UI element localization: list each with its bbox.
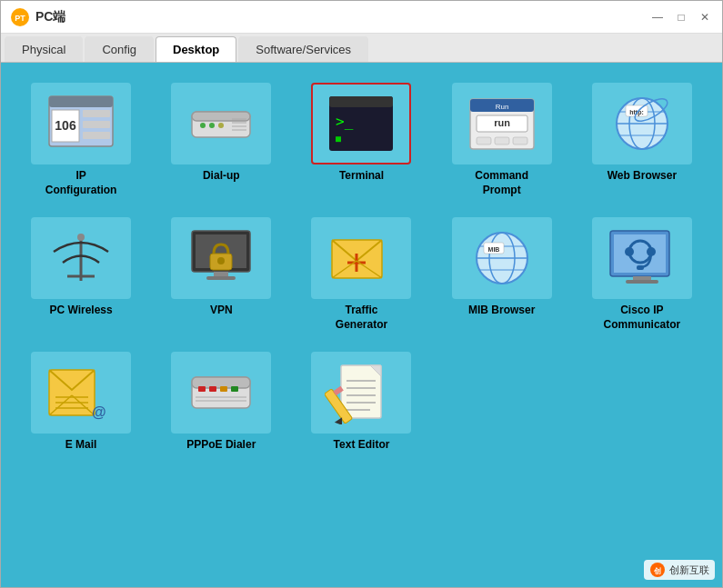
web-browser-icon: http: <box>606 92 678 155</box>
svg-rect-6 <box>83 110 110 117</box>
icon-item-dialup[interactable]: Dial-up <box>156 77 286 203</box>
svg-text:创: 创 <box>653 567 661 575</box>
icon-label-vpn: VPN <box>210 304 233 318</box>
icon-box-email: @ <box>31 352 131 434</box>
svg-point-12 <box>209 123 215 128</box>
icon-item-ip-config[interactable]: 106 IPConfiguration <box>15 77 146 203</box>
svg-text:PT: PT <box>15 14 25 23</box>
watermark-icon: 创 <box>649 562 666 578</box>
icon-box-text-editor <box>311 352 411 434</box>
icon-box-ip-config: 106 <box>31 83 131 164</box>
icon-label-dialup: Dial-up <box>203 169 240 184</box>
icon-box-traffic-gen <box>311 217 411 299</box>
pppoe-dialer-icon <box>185 361 257 424</box>
svg-text:run: run <box>494 117 510 128</box>
content-area: 106 IPConfiguration <box>1 63 722 587</box>
desktop-content: 106 IPConfiguration <box>1 63 722 473</box>
svg-rect-77 <box>209 386 216 392</box>
command-prompt-icon: Run run <box>466 92 538 155</box>
icon-box-cisco-ip <box>592 217 692 299</box>
icon-box-vpn <box>171 217 271 299</box>
icon-item-pppoe[interactable]: PPPoE Dialer <box>156 346 286 458</box>
svg-point-13 <box>218 123 224 128</box>
icon-label-pppoe: PPPoE Dialer <box>186 438 256 453</box>
cisco-ip-communicator-icon <box>606 226 678 290</box>
icon-label-mib-browser: MIB Browser <box>468 304 535 318</box>
svg-text:■: ■ <box>336 134 341 144</box>
icon-item-command-prompt[interactable]: Run run CommandPrompt <box>437 77 567 203</box>
svg-point-40 <box>77 234 85 241</box>
svg-point-44 <box>217 257 225 264</box>
svg-rect-65 <box>633 276 651 280</box>
svg-text:106: 106 <box>55 118 76 133</box>
icon-item-email[interactable]: @ E Mail <box>15 346 146 458</box>
icon-label-web-browser: Web Browser <box>608 169 677 184</box>
icon-label-traffic-gen: TrafficGenerator <box>336 304 387 332</box>
tab-software[interactable]: Software/Services <box>238 36 368 62</box>
vpn-icon <box>185 226 257 290</box>
tab-config[interactable]: Config <box>85 36 154 62</box>
svg-rect-27 <box>477 137 491 145</box>
icon-item-terminal[interactable]: >_ ■ Terminal <box>296 77 427 203</box>
close-button[interactable]: ✕ <box>697 9 713 25</box>
icon-box-mib-browser: MIB <box>452 217 552 299</box>
app-icon: PT <box>10 7 30 27</box>
svg-text:Run: Run <box>495 103 508 111</box>
icon-item-traffic-gen[interactable]: TrafficGenerator <box>296 212 427 337</box>
svg-rect-46 <box>206 276 236 280</box>
watermark: 创 创新互联 <box>644 560 715 580</box>
icon-box-web-browser: http: <box>592 83 692 164</box>
icon-label-email: E Mail <box>65 438 97 453</box>
email-icon: @ <box>45 361 117 424</box>
maximize-button[interactable]: □ <box>673 9 689 25</box>
watermark-text: 创新互联 <box>669 563 709 577</box>
icon-grid: 106 IPConfiguration <box>15 77 708 458</box>
svg-point-11 <box>200 123 206 128</box>
svg-rect-29 <box>513 137 527 145</box>
tab-desktop[interactable]: Desktop <box>156 36 236 62</box>
icon-label-cisco-ip: Cisco IPCommunicator <box>604 304 681 332</box>
svg-rect-45 <box>214 272 228 276</box>
icon-item-text-editor[interactable]: Text Editor <box>296 346 427 458</box>
svg-rect-76 <box>198 386 206 392</box>
svg-rect-28 <box>495 137 509 145</box>
icon-box-command-prompt: Run run <box>452 83 552 164</box>
svg-rect-19 <box>329 96 393 107</box>
icon-box-pppoe <box>171 352 271 434</box>
terminal-icon: >_ ■ <box>325 92 397 155</box>
window-controls: — □ ✕ <box>649 9 713 25</box>
icon-box-terminal: >_ ■ <box>311 83 411 164</box>
tab-bar: Physical Config Desktop Software/Service… <box>1 34 722 63</box>
icon-item-cisco-ip[interactable]: Cisco IPCommunicator <box>577 212 708 337</box>
icon-label-text-editor: Text Editor <box>334 438 390 453</box>
svg-rect-79 <box>231 386 238 392</box>
dialup-icon <box>185 92 257 155</box>
title-bar-left: PT PC端 <box>10 7 65 27</box>
svg-rect-78 <box>220 386 227 392</box>
ip-config-icon: 106 <box>45 92 117 155</box>
svg-text:>_: >_ <box>336 113 354 130</box>
window-title: PC端 <box>35 9 65 25</box>
title-bar: PT PC端 — □ ✕ <box>1 1 722 34</box>
icon-item-web-browser[interactable]: http: Web Browser <box>577 77 708 203</box>
icon-label-pc-wireless: PC Wireless <box>49 304 112 318</box>
svg-point-62 <box>625 247 634 256</box>
icon-item-pc-wireless[interactable]: PC Wireless <box>15 212 146 337</box>
icon-item-mib-browser[interactable]: MIB MIB Browser <box>437 212 567 337</box>
text-editor-icon <box>325 361 397 424</box>
traffic-generator-icon <box>325 226 397 290</box>
svg-rect-7 <box>83 121 110 128</box>
icon-item-vpn[interactable]: VPN <box>156 212 286 337</box>
svg-rect-64 <box>637 265 644 270</box>
pc-wireless-icon <box>45 226 117 290</box>
icon-box-pc-wireless <box>31 217 131 299</box>
mib-browser-icon: MIB <box>466 226 538 290</box>
main-window: PT PC端 — □ ✕ Physical Config Desktop Sof… <box>0 0 723 588</box>
svg-text:@: @ <box>92 404 106 420</box>
minimize-button[interactable]: — <box>649 9 666 25</box>
svg-rect-8 <box>83 132 110 139</box>
icon-label-command-prompt: CommandPrompt <box>475 169 528 197</box>
icon-box-dialup <box>171 83 271 164</box>
icon-label-ip-config: IPConfiguration <box>45 169 117 197</box>
tab-physical[interactable]: Physical <box>5 36 83 62</box>
